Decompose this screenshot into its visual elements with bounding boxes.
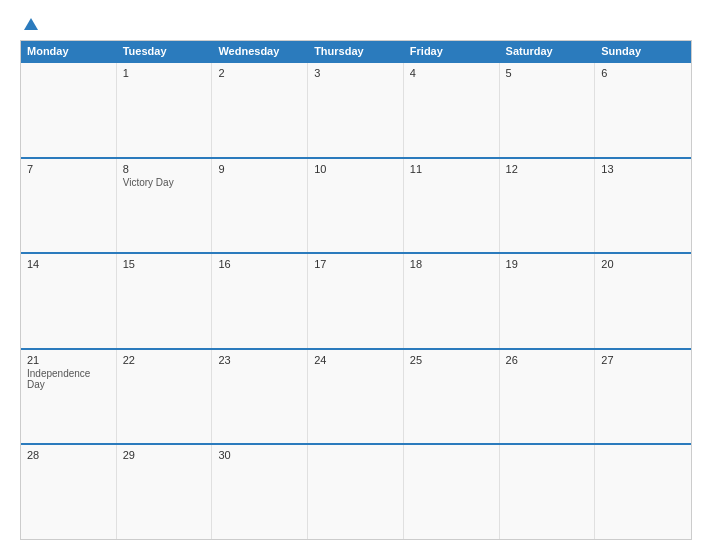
day-number: 9 <box>218 163 301 175</box>
calendar-cell <box>500 445 596 539</box>
day-number: 10 <box>314 163 397 175</box>
day-number: 19 <box>506 258 589 270</box>
calendar-cell: 9 <box>212 159 308 253</box>
calendar-cell: 12 <box>500 159 596 253</box>
day-number: 6 <box>601 67 685 79</box>
day-of-week-sunday: Sunday <box>595 41 691 61</box>
calendar-cell <box>308 445 404 539</box>
day-number: 1 <box>123 67 206 79</box>
day-number: 16 <box>218 258 301 270</box>
day-number: 30 <box>218 449 301 461</box>
day-number: 24 <box>314 354 397 366</box>
calendar-cell: 27 <box>595 350 691 444</box>
day-number: 14 <box>27 258 110 270</box>
day-event: Independence Day <box>27 368 110 390</box>
calendar-week-3: 14151617181920 <box>21 252 691 348</box>
day-number: 5 <box>506 67 589 79</box>
day-event: Victory Day <box>123 177 206 188</box>
calendar-cell: 5 <box>500 63 596 157</box>
calendar-cell: 4 <box>404 63 500 157</box>
day-of-week-wednesday: Wednesday <box>212 41 308 61</box>
calendar-cell: 10 <box>308 159 404 253</box>
day-of-week-monday: Monday <box>21 41 117 61</box>
day-number: 22 <box>123 354 206 366</box>
day-number: 3 <box>314 67 397 79</box>
calendar-week-4: 21Independence Day222324252627 <box>21 348 691 444</box>
day-of-week-tuesday: Tuesday <box>117 41 213 61</box>
day-number: 7 <box>27 163 110 175</box>
calendar-grid: MondayTuesdayWednesdayThursdayFridaySatu… <box>20 40 692 540</box>
calendar-header: MondayTuesdayWednesdayThursdayFridaySatu… <box>21 41 691 61</box>
day-number: 4 <box>410 67 493 79</box>
day-number: 17 <box>314 258 397 270</box>
day-number: 25 <box>410 354 493 366</box>
logo-triangle-icon <box>24 18 38 30</box>
calendar-cell: 2 <box>212 63 308 157</box>
day-number: 21 <box>27 354 110 366</box>
day-number: 11 <box>410 163 493 175</box>
day-number: 12 <box>506 163 589 175</box>
calendar-cell: 24 <box>308 350 404 444</box>
calendar-cell: 7 <box>21 159 117 253</box>
calendar-week-5: 282930 <box>21 443 691 539</box>
day-number: 8 <box>123 163 206 175</box>
calendar-cell: 6 <box>595 63 691 157</box>
calendar-cell: 20 <box>595 254 691 348</box>
day-number: 2 <box>218 67 301 79</box>
calendar-cell: 19 <box>500 254 596 348</box>
calendar-cell: 11 <box>404 159 500 253</box>
day-number: 26 <box>506 354 589 366</box>
day-number: 15 <box>123 258 206 270</box>
calendar-week-1: 123456 <box>21 61 691 157</box>
day-number: 18 <box>410 258 493 270</box>
calendar-cell: 13 <box>595 159 691 253</box>
day-number: 29 <box>123 449 206 461</box>
calendar-cell: 29 <box>117 445 213 539</box>
header <box>20 16 692 30</box>
day-number: 13 <box>601 163 685 175</box>
calendar-cell: 22 <box>117 350 213 444</box>
calendar-cell: 30 <box>212 445 308 539</box>
day-of-week-thursday: Thursday <box>308 41 404 61</box>
day-number: 23 <box>218 354 301 366</box>
calendar-cell: 17 <box>308 254 404 348</box>
calendar-cell: 23 <box>212 350 308 444</box>
calendar-cell: 3 <box>308 63 404 157</box>
day-number: 20 <box>601 258 685 270</box>
calendar-cell <box>595 445 691 539</box>
calendar-body: 12345678Victory Day910111213141516171819… <box>21 61 691 539</box>
calendar-cell: 8Victory Day <box>117 159 213 253</box>
calendar-cell <box>404 445 500 539</box>
calendar-cell <box>21 63 117 157</box>
calendar-cell: 21Independence Day <box>21 350 117 444</box>
calendar-cell: 15 <box>117 254 213 348</box>
calendar-week-2: 78Victory Day910111213 <box>21 157 691 253</box>
day-of-week-friday: Friday <box>404 41 500 61</box>
calendar-page: MondayTuesdayWednesdayThursdayFridaySatu… <box>0 0 712 550</box>
logo <box>20 16 38 30</box>
day-number: 28 <box>27 449 110 461</box>
calendar-cell: 18 <box>404 254 500 348</box>
calendar-cell: 16 <box>212 254 308 348</box>
calendar-cell: 26 <box>500 350 596 444</box>
calendar-cell: 25 <box>404 350 500 444</box>
day-of-week-saturday: Saturday <box>500 41 596 61</box>
calendar-cell: 14 <box>21 254 117 348</box>
calendar-cell: 28 <box>21 445 117 539</box>
calendar-cell: 1 <box>117 63 213 157</box>
day-number: 27 <box>601 354 685 366</box>
